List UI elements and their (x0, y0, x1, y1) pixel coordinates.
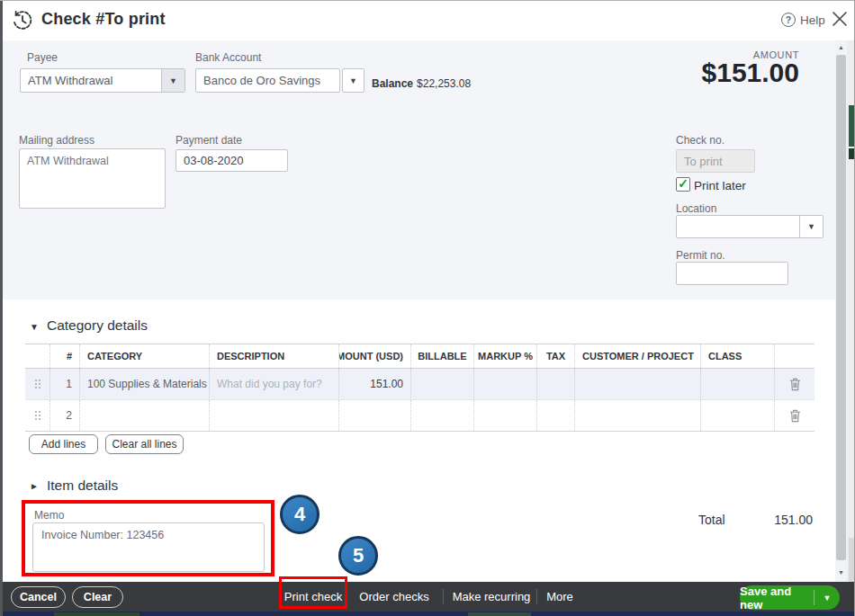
location-value (677, 216, 799, 237)
scrollbar-down-arrow[interactable]: ▼ (835, 566, 847, 579)
delete-row-icon[interactable] (774, 369, 814, 399)
category-cell[interactable] (79, 400, 209, 431)
memo-field[interactable]: Invoice Number: 123456 (32, 522, 265, 572)
balance-value: $22,253.08 (417, 77, 471, 90)
row-number: 2 (50, 400, 79, 431)
markup-cell[interactable] (473, 400, 536, 431)
footer-divider (443, 589, 444, 604)
page-title: Check #To print (41, 10, 166, 29)
location-label: Location (676, 202, 716, 215)
bank-account-label: Bank Account (195, 51, 261, 64)
bank-account-dropdown-arrow-icon[interactable]: ▼ (342, 68, 364, 93)
table-header-row: # CATEGORY DESCRIPTION AMOUNT (USD) BILL… (25, 344, 814, 369)
save-and-new-label[interactable]: Save and new (740, 585, 814, 610)
annotation-step-4: 4 (280, 495, 320, 534)
frame-border (0, 0, 3, 616)
col-markup: MARKUP % (473, 344, 536, 368)
col-class: CLASS (700, 344, 774, 368)
drag-handle-icon[interactable] (25, 400, 50, 431)
payee-label: Payee (27, 51, 58, 64)
col-category: CATEGORY (79, 344, 209, 368)
check-no-label: Check no. (676, 134, 724, 147)
tax-cell[interactable] (536, 369, 574, 399)
col-amount: AMOUNT (USD) (338, 344, 410, 368)
scrollbar-up-arrow[interactable]: ▲ (835, 40, 847, 54)
drag-handle-icon[interactable] (25, 369, 50, 399)
frame-border (54, 612, 140, 616)
print-later-checkbox[interactable]: ✓ (676, 177, 690, 192)
check-to-print-modal: Check #To print ? Help Payee ATM Withdra… (0, 0, 855, 616)
save-and-new-button[interactable]: Save and new ▼ (740, 585, 840, 610)
payee-dropdown-arrow-icon[interactable]: ▼ (161, 69, 184, 92)
row-number: 1 (50, 369, 79, 399)
titlebar: Check #To print ? Help (0, 0, 855, 40)
add-lines-button[interactable]: Add lines (29, 434, 98, 454)
customer-project-cell[interactable] (574, 369, 700, 399)
description-cell[interactable]: What did you pay for? (209, 369, 338, 399)
category-cell[interactable]: 100 Supplies & Materials (79, 369, 209, 399)
scrollbar-thumb[interactable] (836, 55, 846, 560)
mailing-address-field[interactable]: ATM Withdrawal (19, 148, 166, 209)
customer-project-cell[interactable] (574, 400, 700, 431)
payment-date-field[interactable]: 03-08-2020 (176, 149, 288, 172)
markup-cell[interactable] (473, 369, 536, 399)
clear-button[interactable]: Clear (72, 586, 123, 608)
footer-divider (536, 589, 537, 604)
bank-account-dropdown[interactable]: Banco de Oro Savings (195, 68, 340, 93)
memo-label: Memo (34, 509, 64, 522)
table-row: 1 100 Supplies & Materials What did you … (25, 369, 814, 400)
help-question-icon: ? (781, 13, 796, 27)
make-recurring-button[interactable]: Make recurring (452, 582, 531, 612)
footer-bar: Cancel Clear Print check Order checks Ma… (0, 582, 855, 612)
print-later-label: Print later (694, 179, 746, 192)
delete-row-icon[interactable] (774, 400, 814, 431)
bank-account-value: Banco de Oro Savings (196, 69, 339, 92)
col-billable: BILLABLE (410, 344, 473, 368)
col-description: DESCRIPTION (209, 344, 338, 368)
payee-dropdown[interactable]: ATM Withdrawal ▼ (20, 68, 185, 93)
class-cell[interactable] (700, 369, 774, 399)
more-button[interactable]: More (538, 582, 581, 612)
description-cell[interactable] (209, 400, 338, 431)
close-icon[interactable] (830, 9, 850, 29)
total-value: 151.00 (723, 513, 813, 527)
category-details-title[interactable]: Category details (47, 317, 148, 334)
item-details-title[interactable]: Item details (47, 478, 118, 494)
balance-label: Balance (372, 77, 413, 90)
billable-cell[interactable] (410, 400, 473, 431)
category-table: # CATEGORY DESCRIPTION AMOUNT (USD) BILL… (25, 344, 814, 432)
clear-all-lines-button[interactable]: Clear all lines (105, 434, 184, 454)
cancel-button[interactable]: Cancel (11, 586, 66, 608)
save-options-dropdown-icon[interactable]: ▼ (814, 585, 840, 610)
frame-border (468, 612, 531, 616)
location-dropdown-arrow-icon[interactable]: ▼ (799, 216, 823, 237)
item-details-expand-icon[interactable]: ► (30, 481, 39, 491)
checkmark-icon: ✓ (678, 177, 688, 190)
recent-transactions-icon[interactable] (11, 9, 34, 32)
permit-no-label: Permit no. (676, 249, 725, 262)
frame-border (0, 0, 855, 1)
annotation-step-5: 5 (338, 536, 378, 576)
location-dropdown[interactable]: ▼ (676, 215, 824, 238)
help-label: Help (800, 13, 825, 27)
amount-cell[interactable]: 151.00 (338, 369, 410, 399)
category-details-collapse-icon[interactable]: ▼ (30, 322, 39, 332)
payment-date-label: Payment date (176, 134, 242, 147)
check-no-field: To print (676, 149, 755, 173)
payee-value: ATM Withdrawal (21, 69, 161, 92)
class-cell[interactable] (700, 400, 774, 431)
total-label: Total (698, 513, 725, 527)
col-customer-project: CUSTOMER / PROJECT (574, 344, 700, 368)
permit-no-field[interactable] (676, 262, 788, 285)
mailing-address-label: Mailing address (19, 134, 94, 147)
tax-cell[interactable] (536, 400, 574, 431)
amount-value: $151.00 (529, 58, 799, 88)
amount-cell[interactable] (338, 400, 410, 431)
print-check-button[interactable]: Print check (279, 582, 347, 612)
billable-cell[interactable] (410, 369, 473, 399)
table-row: 2 (25, 400, 814, 431)
order-checks-button[interactable]: Order checks (358, 582, 430, 612)
balance-text: Balance$22,253.08 (372, 77, 471, 90)
col-num: # (50, 344, 79, 368)
help-button[interactable]: ? Help (781, 11, 825, 29)
